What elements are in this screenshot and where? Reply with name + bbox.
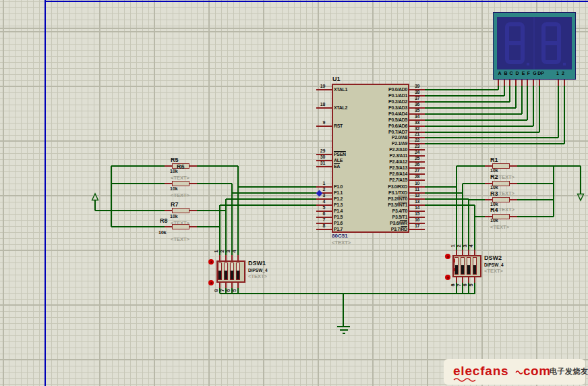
resistor-text-placeholder: <TEXT> — [171, 175, 189, 181]
chip-pin-number: 15 — [409, 211, 425, 216]
resistor-value[interactable]: 10k — [490, 218, 498, 223]
chip-pin-label: XTAL1 — [334, 87, 347, 92]
resistor-body-R8[interactable] — [172, 224, 189, 229]
chip-pin-stub[interactable] — [409, 229, 425, 230]
watermark: elecfans com 电子发烧友 — [444, 359, 585, 385]
dip-pin-label: 8 — [450, 282, 456, 288]
chip-pin-label: P0.5/AD5 — [357, 117, 407, 122]
dip-switch-lever[interactable] — [218, 271, 221, 279]
chip-pin-label: P1.2 — [334, 196, 343, 201]
chip-pin-number: 39 — [409, 84, 425, 88]
schematic-canvas[interactable]: U1 80C51 <TEXT> 19XTAL118XTAL29RST29PSEN… — [0, 0, 588, 386]
chip-pin-label: P0.0/AD0 — [357, 87, 407, 92]
seven-seg-display[interactable] — [493, 12, 576, 80]
dip-pin-stub — [237, 255, 239, 260]
chip-pin-label: P1.6 — [334, 221, 343, 225]
resistor-body-R7[interactable] — [172, 208, 189, 213]
dip-pin-label: 5 — [468, 282, 474, 288]
dip-switch-lever[interactable] — [231, 271, 233, 279]
resistor-value[interactable]: 10k — [490, 185, 498, 190]
chip-pin-label: P1.7 — [334, 227, 343, 231]
chip-value[interactable]: 80C51 — [332, 233, 348, 239]
chip-pin-number: 37 — [409, 96, 425, 101]
resistor-ref[interactable]: R2 — [490, 173, 498, 180]
chip-pin-stub[interactable] — [316, 229, 332, 230]
chip-pin-number: 9 — [311, 120, 325, 125]
resistor-ref[interactable]: R1 — [490, 157, 498, 163]
resistor-ref[interactable]: R3 — [490, 190, 498, 197]
chip-pin-number: 35 — [409, 108, 425, 113]
chip-pin-number: 6 — [311, 211, 325, 216]
chip-ref[interactable]: U1 — [332, 76, 341, 82]
dip-pin-label: 2 — [456, 243, 462, 249]
display-pin-stub — [504, 80, 505, 86]
dip-marker-dot-center — [447, 256, 449, 258]
chip-pin-label: P1.3 — [334, 202, 343, 207]
dip-part[interactable]: DIPSW_4 — [248, 268, 268, 273]
chip-pin-label: P0.3/AD3 — [357, 105, 407, 110]
terminal-up-arrow[interactable] — [90, 192, 100, 202]
resistor-lead — [165, 226, 172, 227]
resistor-value[interactable]: 10k — [158, 230, 167, 235]
resistor-ref[interactable]: R6 — [177, 163, 185, 170]
dip-pin-stub — [237, 283, 239, 288]
resistor-value[interactable]: 10k — [490, 202, 498, 206]
chip-pin-label: P2.4/A12 — [357, 159, 407, 164]
resistor-value[interactable]: 10k — [170, 214, 178, 219]
resistor-ref[interactable]: R5 — [171, 157, 179, 163]
dip-text-placeholder: <TEXT> — [484, 268, 503, 274]
dip-switch-lever[interactable] — [455, 265, 458, 274]
dip-part[interactable]: DIPSW_4 — [484, 263, 504, 267]
dip-pin-stub — [231, 255, 233, 260]
display-pin-stub — [498, 80, 499, 86]
dip-switch-lever[interactable] — [237, 271, 239, 279]
dip-pin-stub — [219, 255, 220, 260]
chip-pin-stub[interactable] — [316, 107, 332, 109]
chip-pin-label: P2.7/A15 — [357, 177, 407, 182]
dip-ref[interactable]: DSW2 — [484, 254, 502, 261]
chip-pin-number: 36 — [409, 102, 425, 107]
display-pin-stub — [539, 80, 540, 86]
display-dp-2 — [563, 63, 566, 65]
chip-pin-label: P2.5/A13 — [357, 165, 407, 170]
watermark-brand: elecfans — [453, 364, 508, 379]
chip-pin-label: P3.1/TXD — [357, 190, 407, 195]
dip-ref[interactable]: DSW1 — [248, 260, 266, 267]
resistor-body-R6[interactable] — [172, 181, 189, 186]
resistor-ref[interactable]: R7 — [171, 201, 179, 208]
display-digit-1-middle — [506, 41, 523, 45]
chip-pin-number: 24 — [409, 150, 425, 155]
terminal-down-arrow[interactable] — [575, 192, 586, 202]
resistor-lead — [189, 183, 197, 184]
dip-marker-dot-center — [447, 277, 449, 279]
resistor-ref[interactable]: R8 — [160, 217, 168, 224]
dip-switch-lever[interactable] — [473, 265, 476, 274]
chip-pin-stub[interactable] — [316, 89, 332, 90]
resistor-ref[interactable]: R4 — [490, 206, 498, 213]
resistor-lead — [165, 183, 172, 184]
chip-pin-number: 5 — [311, 205, 325, 210]
dip-pin-label: 4 — [468, 243, 474, 249]
resistor-lead — [165, 165, 172, 167]
resistor-value[interactable]: 10k — [170, 186, 178, 191]
dip-pin-stub — [468, 250, 469, 255]
chip-pin-stub[interactable] — [316, 166, 332, 167]
chip-pin-label: ALE — [334, 158, 343, 163]
dip-pin-stub — [225, 255, 227, 260]
chip-pin-label: P1.4 — [334, 209, 343, 213]
chip-pin-number: 8 — [311, 223, 325, 228]
display-pin-stub — [527, 80, 528, 86]
chip-pin-number: 25 — [409, 156, 425, 161]
dip-pin-label: 5 — [231, 287, 237, 294]
chip-pin-stub[interactable] — [316, 126, 332, 127]
resistor-text-placeholder: <TEXT> — [171, 236, 189, 242]
chip-pin-label: P3.0/RXD — [357, 184, 407, 189]
chip-pin-label: P3.2/INT0 — [357, 196, 407, 201]
dip-switch-lever[interactable] — [467, 265, 470, 274]
dip-marker-dot-center — [210, 282, 212, 284]
dip-switch-lever[interactable] — [461, 265, 464, 274]
dip-switch-lever[interactable] — [225, 271, 227, 279]
chip-pin-number: 16 — [409, 217, 425, 222]
resistor-lead — [165, 210, 172, 211]
resistor-value[interactable]: 10k — [490, 168, 498, 173]
